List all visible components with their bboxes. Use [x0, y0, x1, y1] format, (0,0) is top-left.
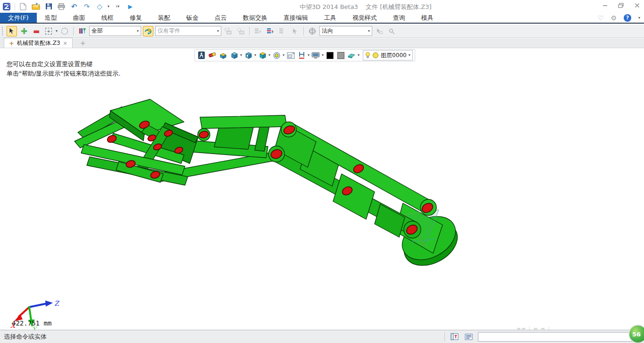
status-right-controls — [444, 332, 642, 342]
document-tab-active[interactable]: + 机械臂装配体.Z3 × — [4, 38, 73, 48]
save-file-icon[interactable] — [44, 2, 53, 11]
settings-gear-icon[interactable]: ⚙ — [611, 14, 617, 22]
toolbar-drag-handle[interactable] — [2, 27, 4, 35]
toolbar-separator — [249, 27, 250, 35]
normal-combobox[interactable]: 法向▾ — [319, 26, 372, 36]
open-file-icon[interactable] — [31, 2, 41, 11]
tab-mold[interactable]: 模具 — [413, 13, 442, 23]
toolbar-separator — [73, 27, 74, 35]
start-icon[interactable]: ▶ — [125, 2, 135, 11]
view-standard-icon[interactable]: ◇ — [95, 2, 104, 11]
tab-wireframe[interactable]: 线框 — [93, 13, 122, 23]
scope-combobox[interactable]: 仅有零件▾ — [155, 26, 221, 36]
tab-inquire[interactable]: 查询 — [385, 13, 413, 23]
minimize-button[interactable] — [601, 2, 609, 9]
status-bar: 选择命令或实体 — [0, 330, 644, 343]
watermark-badge: 56 — [628, 325, 644, 343]
tab-shape[interactable]: 造型 — [37, 13, 65, 23]
redo-icon[interactable]: ↷ — [82, 2, 92, 11]
add-select-icon[interactable]: ✚ — [19, 26, 29, 36]
help-caret-icon[interactable]: ▾ — [638, 16, 640, 20]
new-document-tab-button[interactable]: + — [80, 39, 86, 48]
inquire-gear-icon[interactable] — [386, 26, 397, 36]
quick-access-toolbar: ↶ ↷ ◇ ▾ ꞊▾ ▶ — [2, 1, 135, 12]
document-tab-bar: + 机械臂装配体.Z3 × + — [0, 38, 644, 48]
axis-label-z: Z — [54, 300, 59, 307]
tab-data-exchange[interactable]: 数据交换 — [235, 13, 276, 23]
ribbon-right-icons: ♡ ⚙ ? ▾ — [598, 13, 640, 23]
selection-toolbar: ✚ ▬ + ▾ 全部▾ 仅有零件▾ — [0, 25, 644, 38]
document-tab-label: 机械臂装配体.Z3 — [17, 39, 60, 47]
rotate-entity-icon[interactable] — [143, 26, 153, 36]
tab-sheetmetal[interactable]: 钣金 — [178, 13, 207, 23]
sheet-b-icon[interactable] — [235, 26, 246, 36]
filter-combobox[interactable]: 全部▾ — [89, 26, 141, 36]
tab-pointcloud[interactable]: 点云 — [207, 13, 235, 23]
status-separator — [444, 332, 445, 342]
pick-from-list-icon[interactable] — [374, 26, 385, 36]
status-message: 选择命令或实体 — [4, 333, 47, 341]
tab-close-icon[interactable]: × — [63, 40, 67, 46]
view-standard-caret-icon[interactable]: ▾ — [108, 5, 109, 9]
output-list-icon[interactable] — [464, 332, 473, 342]
new-file-icon[interactable] — [18, 2, 28, 11]
model-panel-3 — [375, 204, 405, 237]
sphere-orient-icon[interactable] — [307, 26, 318, 36]
scale-readout: 422.751 mm — [12, 319, 51, 327]
model-mid-upper-link — [200, 115, 287, 129]
zw3d-window: ↶ ↷ ◇ ▾ ꞊▾ ▶ 中望3D 2014 Beta3 文件 [机械臂装配体.… — [0, 0, 644, 343]
print-icon[interactable] — [57, 2, 66, 11]
document-title: 文件 [机械臂装配体.Z3] — [366, 3, 432, 11]
pick-arrow-icon[interactable] — [7, 26, 17, 36]
box-select-icon[interactable]: + — [43, 26, 54, 36]
help-icon[interactable]: ? — [624, 14, 631, 22]
toolbar-separator — [303, 27, 304, 35]
favorite-heart-icon[interactable]: ♡ — [598, 14, 604, 22]
remove-select-icon[interactable]: ▬ — [31, 26, 42, 36]
tab-repair[interactable]: 修复 — [122, 13, 150, 23]
stack-filter-a-icon[interactable] — [253, 26, 263, 36]
box-select-caret-icon[interactable]: ▾ — [56, 29, 58, 33]
stack-filter-b-icon[interactable] — [265, 26, 276, 36]
pick-cursor-icon[interactable] — [290, 26, 300, 36]
tab-surface[interactable]: 曲面 — [65, 13, 93, 23]
tab-file[interactable]: 文件(F) — [0, 13, 37, 23]
stack-filter-c-icon[interactable] — [277, 26, 288, 36]
undo-icon[interactable]: ↶ — [69, 2, 79, 11]
customize-quick-access-icon[interactable]: ꞊▾ — [113, 2, 122, 11]
graphics-viewport[interactable]: ▾ ▾ ▾ ▾ ▾ ▾ — [0, 48, 644, 330]
watermark: ▬▬ | ▬ ▬ | — [517, 326, 551, 331]
title-bar: ↶ ↷ ◇ ▾ ꞊▾ ▶ 中望3D 2014 Beta3 文件 [机械臂装配体.… — [0, 0, 644, 13]
sheet-a-icon[interactable] — [223, 26, 234, 36]
lasso-select-icon[interactable] — [59, 26, 70, 36]
close-button[interactable] — [633, 2, 641, 9]
tab-visual-style[interactable]: 视觉样式 — [344, 13, 385, 23]
ribbon-tab-bar: 文件(F) 造型 曲面 线框 修复 装配 钣金 点云 数据交换 直接编辑 工具 … — [0, 13, 644, 24]
qat-separator — [15, 3, 15, 10]
restore-button[interactable] — [617, 2, 625, 9]
window-controls — [601, 2, 641, 9]
tab-pin-icon[interactable]: + — [9, 40, 14, 47]
selection-filter-icon[interactable] — [77, 26, 87, 36]
tab-direct-edit[interactable]: 直接编辑 — [276, 13, 316, 23]
command-window-icon[interactable] — [450, 332, 459, 342]
tab-assembly[interactable]: 装配 — [150, 13, 178, 23]
command-input[interactable] — [478, 332, 642, 342]
model-robot-arm-assembly[interactable] — [0, 48, 644, 330]
app-logo-icon[interactable] — [2, 2, 11, 11]
app-title: 中望3D 2014 Beta3 — [300, 3, 358, 11]
tab-tools[interactable]: 工具 — [316, 13, 344, 23]
